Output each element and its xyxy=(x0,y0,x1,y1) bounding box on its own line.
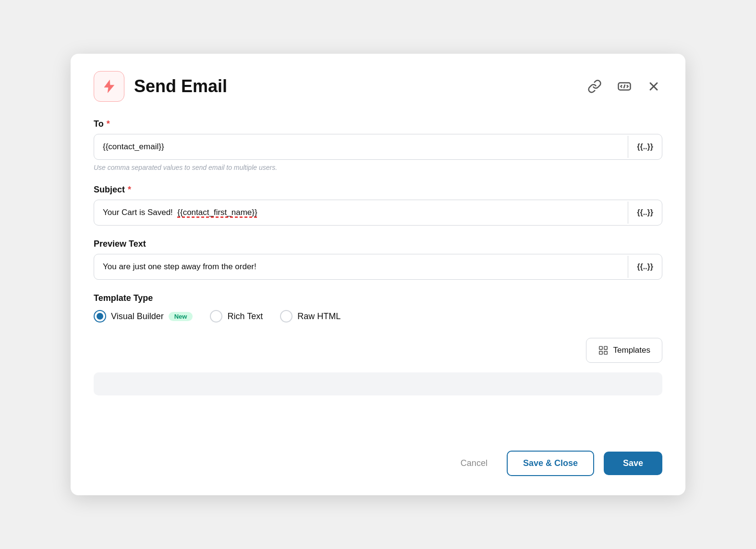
subject-label: Subject * xyxy=(94,185,662,195)
variables-icon xyxy=(617,79,632,94)
radio-circle-raw-html xyxy=(280,310,293,322)
svg-rect-3 xyxy=(599,346,602,349)
dialog-header: Send Email xyxy=(94,71,662,102)
subject-required-star: * xyxy=(128,185,131,195)
svg-rect-5 xyxy=(599,351,602,354)
radio-inner-visual-builder xyxy=(97,313,103,320)
close-button[interactable] xyxy=(645,78,662,95)
save-button[interactable]: Save xyxy=(604,452,662,475)
lightning-bolt-icon xyxy=(101,79,117,94)
preview-text-input[interactable] xyxy=(94,254,628,279)
to-input-row: {{..}} xyxy=(94,134,662,160)
to-section: To * {{..}} Use comma separated values t… xyxy=(94,119,662,171)
variables-button[interactable] xyxy=(615,77,634,95)
templates-btn-row: Templates xyxy=(94,338,662,363)
preview-text-label: Preview Text xyxy=(94,239,662,249)
link-button[interactable] xyxy=(585,77,604,95)
close-icon xyxy=(647,80,660,93)
template-type-label: Template Type xyxy=(94,293,662,303)
radio-label-visual-builder: Visual Builder xyxy=(111,311,164,322)
radio-label-rich-text: Rich Text xyxy=(227,311,263,322)
templates-button[interactable]: Templates xyxy=(586,338,662,363)
link-icon xyxy=(587,79,602,94)
radio-circle-visual-builder xyxy=(94,310,106,322)
to-hint: Use comma separated values to send email… xyxy=(94,164,662,171)
save-close-button[interactable]: Save & Close xyxy=(507,451,594,476)
cancel-button[interactable]: Cancel xyxy=(451,452,497,475)
badge-new: New xyxy=(169,312,193,321)
radio-raw-html[interactable]: Raw HTML xyxy=(280,310,341,322)
preview-text-input-row: {{..}} xyxy=(94,254,662,280)
preview-text-vars-button[interactable]: {{..}} xyxy=(628,256,662,278)
header-right xyxy=(585,77,662,95)
dialog-title: Send Email xyxy=(134,76,227,96)
preview-bar xyxy=(94,372,662,395)
radio-rich-text[interactable]: Rich Text xyxy=(210,310,263,322)
to-label: To * xyxy=(94,119,662,129)
send-email-dialog: Send Email xyxy=(71,54,685,495)
svg-rect-6 xyxy=(604,351,607,354)
footer: Cancel Save & Close Save xyxy=(94,439,662,476)
to-required-star: * xyxy=(107,119,110,129)
preview-text-section: Preview Text {{..}} xyxy=(94,239,662,280)
subject-display: Your Cart is Saved! {{contact_first_name… xyxy=(94,200,628,225)
svg-rect-4 xyxy=(604,346,607,349)
radio-label-raw-html: Raw HTML xyxy=(297,311,341,322)
header-left: Send Email xyxy=(94,71,227,102)
radio-group: Visual Builder New Rich Text Raw HTML xyxy=(94,310,662,322)
dialog-icon-box xyxy=(94,71,124,102)
radio-visual-builder[interactable]: Visual Builder New xyxy=(94,310,193,322)
template-type-section: Template Type Visual Builder New Rich Te… xyxy=(94,293,662,322)
subject-variable: {{contact_first_name}} xyxy=(177,208,257,217)
subject-input-row: Your Cart is Saved! {{contact_first_name… xyxy=(94,200,662,226)
to-input[interactable] xyxy=(94,134,628,159)
subject-section: Subject * Your Cart is Saved! {{contact_… xyxy=(94,185,662,226)
to-vars-button[interactable]: {{..}} xyxy=(628,136,662,158)
templates-icon xyxy=(598,345,609,356)
subject-vars-button[interactable]: {{..}} xyxy=(628,202,662,224)
radio-circle-rich-text xyxy=(210,310,222,322)
